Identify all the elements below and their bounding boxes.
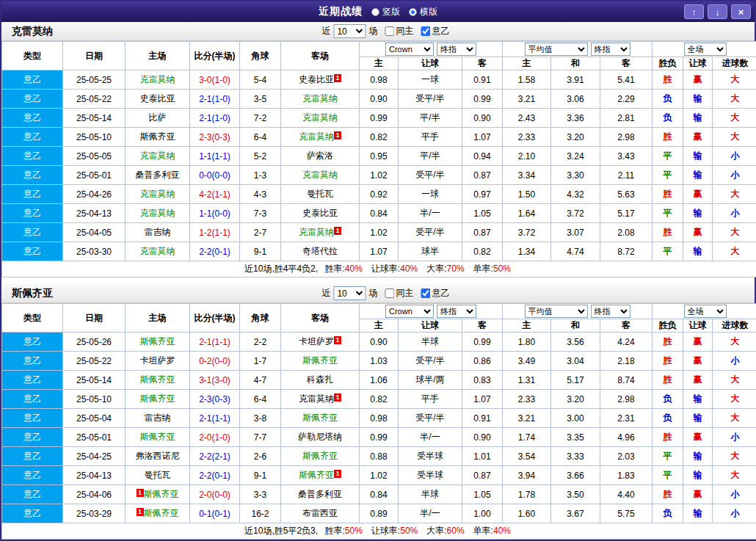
score-cell[interactable]: 2-3(0-3)	[190, 390, 240, 409]
home-team-name[interactable]: 卡坦萨罗	[140, 355, 175, 366]
score-cell[interactable]: 2-0(1-0)	[190, 428, 240, 447]
score-cell[interactable]: 2-2(0-1)	[190, 466, 240, 485]
league-cell: 意乙	[2, 204, 63, 223]
home-team-name[interactable]: 雷吉纳	[145, 413, 171, 423]
home-team-name[interactable]: 斯佩齐亚	[140, 374, 175, 385]
score-cell[interactable]: 2-0(0-0)	[190, 485, 240, 504]
down-button[interactable]: ↓	[708, 4, 727, 19]
away-team-name[interactable]: 斯佩齐亚	[302, 355, 338, 366]
away-team-name[interactable]: 奇塔代拉	[302, 246, 338, 256]
games-count-select[interactable]: 10	[333, 24, 366, 38]
score-cell[interactable]: 2-3(0-3)	[190, 128, 240, 147]
match-scope-select[interactable]: 全场	[684, 305, 727, 318]
score-cell[interactable]: 1-2(1-1)	[190, 223, 240, 242]
euro-odds-type-select[interactable]: 终指	[591, 305, 630, 318]
score-cell[interactable]: 1-1(0-0)	[190, 204, 240, 223]
home-team-name[interactable]: 斯佩齐亚	[140, 336, 175, 346]
score-cell[interactable]: 3-0(1-0)	[190, 70, 240, 90]
away-team-name[interactable]: 史泰比亚	[299, 74, 334, 84]
away-team-name[interactable]: 克雷莫纳	[299, 131, 334, 142]
same-home-option[interactable]: 同主	[380, 287, 413, 299]
radio-selected-icon[interactable]	[409, 8, 417, 16]
score-cell[interactable]: 4-2(1-1)	[190, 185, 240, 204]
league-filter-option[interactable]: 意乙	[416, 25, 449, 37]
layout-vertical-radio[interactable]: 竖版	[371, 6, 400, 18]
home-team-name[interactable]: 克雷莫纳	[140, 246, 175, 256]
summary-stat: 大率:60%	[426, 526, 464, 536]
euro-odds-type-select[interactable]: 终指	[591, 43, 630, 56]
away-team-name[interactable]: 克雷莫纳	[302, 170, 338, 180]
bookmaker-select[interactable]: Crown	[385, 305, 434, 318]
away-team-name[interactable]: 克雷莫纳	[302, 93, 338, 104]
home-team-name[interactable]: 弗洛西诺尼	[136, 451, 180, 461]
away-team-name[interactable]: 桑普多利亚	[298, 489, 342, 499]
home-team-name[interactable]: 克雷莫纳	[140, 189, 175, 199]
result-wdl-header: 胜负	[653, 319, 683, 333]
home-team-cell: 比萨	[126, 109, 190, 128]
score-cell[interactable]: 0-2(0-0)	[190, 352, 240, 371]
away-team-name[interactable]: 斯佩齐亚	[299, 470, 334, 480]
up-button[interactable]: ↑	[684, 4, 704, 19]
radio-unselected-icon[interactable]	[371, 8, 379, 16]
score-cell[interactable]: 0-1(0-1)	[190, 504, 240, 523]
away-team-name[interactable]: 斯佩齐亚	[302, 451, 338, 461]
home-team-name[interactable]: 史泰比亚	[140, 93, 175, 104]
away-team-name[interactable]: 斯佩齐亚	[302, 413, 338, 423]
score-cell[interactable]: 2-2(0-1)	[190, 242, 240, 261]
asian-odds-type-select[interactable]: 终指	[437, 43, 476, 56]
away-team-name[interactable]: 萨索洛	[307, 150, 333, 161]
score-cell[interactable]: 2-2(2-1)	[190, 447, 240, 466]
same-home-option[interactable]: 同主	[380, 25, 413, 37]
same-home-checkbox[interactable]	[385, 26, 394, 36]
home-team-name[interactable]: 斯佩齐亚	[140, 393, 175, 404]
score-cell[interactable]: 2-1(1-0)	[190, 109, 240, 128]
home-team-name[interactable]: 斯佩齐亚	[144, 489, 179, 499]
league-cell: 意乙	[2, 409, 63, 428]
home-team-name[interactable]: 雷吉纳	[145, 227, 171, 237]
home-team-name[interactable]: 斯佩齐亚	[140, 131, 175, 142]
away-team-name[interactable]: 卡坦萨罗	[299, 336, 334, 346]
result-handicap-cell: 输	[683, 242, 713, 261]
bookmaker-select[interactable]: Crown	[385, 43, 434, 56]
score-cell[interactable]: 2-1(1-1)	[190, 409, 240, 428]
home-team-name[interactable]: 克雷莫纳	[140, 150, 175, 161]
home-team-name[interactable]: 克雷莫纳	[140, 74, 175, 84]
away-team-name[interactable]: 克雷莫纳	[302, 112, 338, 123]
away-team-name[interactable]: 萨勒尼塔纳	[298, 432, 342, 442]
league-filter-option[interactable]: 意乙	[416, 287, 449, 299]
score-cell[interactable]: 2-1(1-0)	[190, 90, 240, 109]
score-cell[interactable]: 2-1(1-1)	[190, 333, 240, 352]
match-scope-select[interactable]: 全场	[684, 43, 727, 56]
home-team-name[interactable]: 比萨	[149, 112, 167, 123]
score-cell[interactable]: 1-1(1-1)	[190, 147, 240, 166]
away-team-name[interactable]: 史泰比亚	[302, 208, 338, 218]
result-wdl-header: 胜负	[653, 57, 683, 70]
home-team-name[interactable]: 桑普多利亚	[136, 170, 180, 180]
result-handicap-cell: 输	[683, 166, 713, 185]
home-team-name[interactable]: 克雷莫纳	[140, 208, 175, 218]
same-home-checkbox[interactable]	[385, 288, 394, 298]
score-cell[interactable]: 0-0(0-0)	[190, 166, 240, 185]
asian-odds-type-select[interactable]: 终指	[437, 305, 476, 318]
close-button[interactable]: ×	[731, 4, 751, 19]
away-team-name[interactable]: 布雷西亚	[302, 508, 338, 518]
score-cell[interactable]: 3-1(3-0)	[190, 371, 240, 390]
euro-source-select[interactable]: 平均值	[525, 43, 588, 56]
league-filter-checkbox[interactable]	[421, 26, 430, 36]
home-team-name[interactable]: 斯佩齐亚	[144, 508, 179, 518]
league-filter-checkbox[interactable]	[421, 288, 430, 298]
away-team-name[interactable]: 曼托瓦	[307, 189, 333, 199]
away-team-name[interactable]: 克雷莫纳	[299, 393, 334, 404]
away-team-name[interactable]: 科森扎	[307, 374, 333, 385]
layout-horizontal-label: 横版	[420, 6, 437, 18]
home-team-name[interactable]: 斯佩齐亚	[140, 432, 175, 442]
section-divider	[1, 277, 755, 284]
match-row: 意乙 25-04-06 1斯佩齐亚 2-0(0-0) 3-3 桑普多利亚 0.8…	[2, 485, 756, 504]
away-team-name[interactable]: 克雷莫纳	[299, 227, 334, 237]
match-row: 意乙 25-05-01 斯佩齐亚 2-0(1-0) 7-7 萨勒尼塔纳 0.99…	[2, 428, 756, 447]
layout-horizontal-radio[interactable]: 横版	[409, 6, 437, 18]
home-team-name[interactable]: 曼托瓦	[145, 470, 171, 480]
title-group: 近期战绩 竖版 横版	[319, 5, 437, 18]
games-count-select[interactable]: 10	[333, 286, 366, 300]
euro-source-select[interactable]: 平均值	[525, 305, 588, 318]
